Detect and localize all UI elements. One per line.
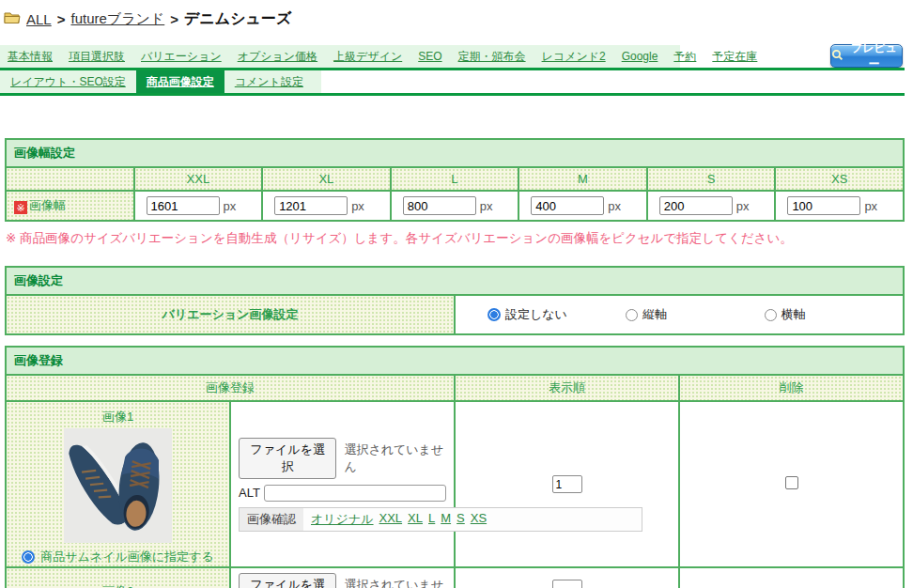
product-image-settings-page: ALL > futureブランド > デニムシューズ 基本情報 項目選択肢 バリ…: [0, 0, 913, 588]
image-setting-table: 画像設定 バリエーション画像設定 設定しない 縦軸: [5, 266, 905, 335]
radio-unselected-icon[interactable]: [626, 309, 638, 321]
image-width-table: 画像幅設定 XXL XL L M S XS ※画像幅 px px px px p…: [5, 138, 905, 222]
unit-label: px: [736, 199, 750, 213]
confirm-link-s[interactable]: S: [456, 511, 465, 528]
image-width-section-title: 画像幅設定: [6, 139, 904, 167]
col-header-xl: XL: [262, 167, 391, 191]
width-cell-xs: px: [775, 191, 904, 221]
col-header-s: S: [647, 167, 776, 191]
radio-option-no-setting[interactable]: 設定しない: [487, 306, 626, 323]
tab-planned-stock[interactable]: 予定在庫: [712, 49, 757, 65]
confirm-link-xxl[interactable]: XXL: [379, 511, 403, 528]
variation-image-label: バリエーション画像設定: [6, 295, 455, 334]
green-divider: [0, 93, 905, 96]
image-confirm-box: 画像確認 オリジナル XXL XL L M S XS: [239, 507, 642, 532]
table-caption-row: 画像設定: [6, 267, 904, 295]
unit-label: px: [224, 199, 237, 213]
tab-subscription[interactable]: 定期・頒布会: [458, 49, 526, 65]
tab-reservation[interactable]: 予約: [673, 49, 696, 65]
tab-basic-info[interactable]: 基本情報: [8, 49, 53, 65]
tab-seo[interactable]: SEO: [418, 50, 441, 63]
preview-button[interactable]: プレビュー: [830, 44, 903, 68]
tab-advanced-design[interactable]: 上級デザイン: [333, 49, 402, 65]
thumbnail-radio-label: 商品サムネイル画像に指定する: [40, 549, 213, 565]
tab-recommend2[interactable]: レコメンド2: [542, 49, 606, 65]
image2-order-cell: [455, 567, 679, 588]
tab-google[interactable]: Google: [622, 50, 658, 63]
display-order-input[interactable]: [552, 580, 582, 588]
breadcrumb-separator: >: [57, 11, 66, 27]
radio-selected-icon[interactable]: [22, 550, 35, 564]
table-caption-row: 画像幅設定: [6, 139, 904, 167]
tab-product-image-settings[interactable]: 商品画像設定: [136, 70, 224, 93]
radio-unselected-icon[interactable]: [765, 309, 777, 321]
col-header-m: M: [518, 167, 647, 191]
alt-label: ALT: [239, 486, 260, 500]
width-cell-s: px: [647, 191, 776, 221]
width-cell-xxl: px: [134, 191, 263, 221]
confirm-link-xs[interactable]: XS: [471, 511, 487, 528]
image1-label: 画像1: [102, 409, 133, 426]
file-status-text: 選択されていません: [344, 441, 446, 475]
display-order-input[interactable]: [552, 475, 582, 493]
tab-item-choices[interactable]: 項目選択肢: [69, 49, 125, 65]
variation-image-row: バリエーション画像設定 設定しない 縦軸 横軸: [6, 295, 904, 334]
required-icon: ※: [14, 201, 27, 214]
col-header-xxl: XXL: [134, 167, 263, 191]
breadcrumb-separator: >: [170, 11, 178, 27]
breadcrumb-link-all[interactable]: ALL: [26, 11, 52, 27]
breadcrumb-link-brand[interactable]: futureブランド: [70, 10, 164, 28]
confirm-link-xl[interactable]: XL: [408, 511, 423, 528]
width-input-xs[interactable]: [787, 196, 860, 215]
col-header-delete: 削除: [679, 375, 904, 401]
alt-input[interactable]: [264, 485, 446, 502]
tab-comment-settings[interactable]: コメント設定: [224, 70, 314, 93]
secondary-tab-bar: レイアウト・SEO設定 商品画像設定 コメント設定: [0, 70, 321, 93]
tab-option-price[interactable]: オプション価格: [238, 49, 317, 65]
image2-form-cell: ファイルを選択 選択されていません: [230, 567, 455, 588]
folder-icon: [4, 11, 21, 27]
image2-preview-cell: 画像2: [6, 567, 230, 588]
image-setting-section-title: 画像設定: [6, 267, 904, 295]
width-cell-m: px: [518, 191, 647, 221]
image1-order-cell: [455, 401, 679, 567]
width-input-xxl[interactable]: [147, 196, 220, 215]
file-select-button[interactable]: ファイルを選択: [239, 573, 336, 588]
variation-image-options-cell: 設定しない 縦軸 横軸: [455, 295, 904, 334]
table-caption-row: 画像登録: [6, 347, 904, 375]
radio-selected-icon[interactable]: [487, 308, 501, 321]
image1-preview-cell: 画像1: [6, 401, 230, 567]
image-width-label-text: 画像幅: [29, 198, 66, 212]
variation-radio-group: 設定しない 縦軸 横軸: [456, 306, 903, 323]
width-input-s[interactable]: [659, 196, 733, 215]
empty-header-cell: [6, 167, 134, 191]
confirm-link-m[interactable]: M: [441, 511, 451, 528]
width-input-xl[interactable]: [274, 196, 348, 215]
delete-checkbox[interactable]: [785, 476, 798, 489]
breadcrumb-current: デニムシューズ: [184, 9, 291, 29]
image-register-section-title: 画像登録: [6, 347, 904, 375]
image2-label: 画像2: [102, 583, 133, 588]
col-header-display-order: 表示順: [455, 375, 679, 401]
confirm-link-l[interactable]: L: [428, 511, 435, 528]
radio-option-horizontal-axis[interactable]: 横軸: [765, 306, 903, 323]
thumbnail-radio-option[interactable]: 商品サムネイル画像に指定する: [22, 549, 213, 565]
unit-label: px: [864, 199, 877, 213]
file-status-text: 選択されていません: [344, 577, 446, 588]
tab-variation[interactable]: バリエーション: [141, 49, 222, 65]
unit-label: px: [608, 199, 621, 213]
image-confirm-links: オリジナル XXL XL L M S XS: [311, 511, 487, 528]
file-select-button[interactable]: ファイルを選択: [239, 438, 336, 479]
col-header-image-register: 画像登録: [6, 375, 455, 401]
radio-option-vertical-axis[interactable]: 縦軸: [626, 306, 764, 323]
magnifier-icon: [831, 49, 843, 64]
width-input-l[interactable]: [403, 196, 476, 215]
confirm-link-original[interactable]: オリジナル: [311, 511, 374, 528]
width-input-m[interactable]: [531, 196, 604, 215]
image-row-2: 画像2 ファイルを選択 選択されていません: [6, 567, 904, 588]
image2-delete-cell: [679, 567, 904, 588]
tab-layout-seo-settings[interactable]: レイアウト・SEO設定: [0, 70, 136, 93]
product-photo-denim-shoes: [64, 428, 172, 543]
radio-label: 縦軸: [642, 306, 667, 323]
image-register-table: 画像登録 画像登録 表示順 削除 画像1: [5, 346, 905, 588]
